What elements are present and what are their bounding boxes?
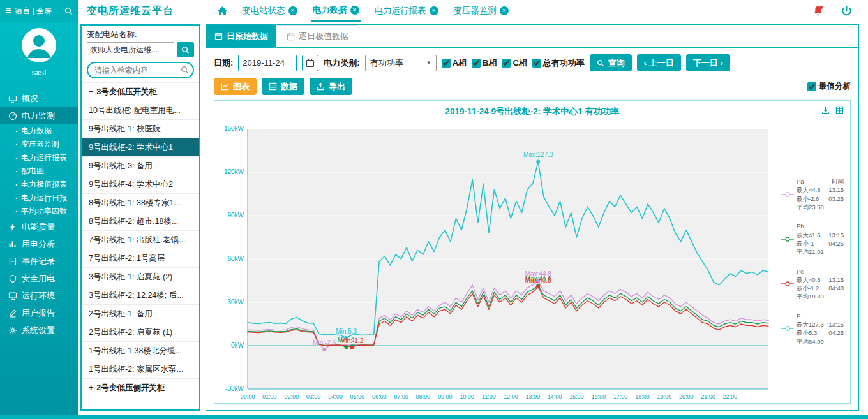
- tab-label: 日原始数据: [227, 31, 268, 42]
- export-button[interactable]: 导出: [310, 78, 352, 95]
- chart-view-button[interactable]: 图表: [214, 78, 257, 95]
- category-select[interactable]: 有功功率 ▼: [365, 55, 437, 71]
- tree-item[interactable]: 2号出线柜-2: 启夏苑 (1): [82, 323, 199, 342]
- svg-text:14:00: 14:00: [548, 393, 562, 400]
- tree-item[interactable]: 3号出线柜-1: 启夏苑 (2): [82, 268, 199, 286]
- calendar-button[interactable]: [302, 55, 318, 71]
- next-day-button[interactable]: 下一日 ›: [686, 54, 730, 71]
- svg-text:01:00: 01:00: [262, 393, 277, 400]
- collapse-icon[interactable]: −: [89, 87, 93, 96]
- power-icon[interactable]: [841, 5, 853, 17]
- query-button[interactable]: 查询: [590, 54, 632, 71]
- tab-close-icon[interactable]: ×: [500, 6, 509, 15]
- tab-close-icon[interactable]: ×: [350, 6, 359, 15]
- sidebar-item-power-data[interactable]: 电力数据: [0, 124, 78, 138]
- sidebar-item-event-log[interactable]: 事件记录: [0, 253, 78, 270]
- legend-entry-p[interactable]: P 最大127.313:15 最小5.304:25 平均64.00: [781, 312, 844, 346]
- sidebar-item-transformer-monitoring[interactable]: 变压器监测: [0, 138, 78, 151]
- tree-group-item[interactable]: −3号变低压开关柜: [82, 83, 199, 101]
- sidebar-item-power-monitoring[interactable]: 电力监测: [0, 107, 78, 124]
- tab-power-data[interactable]: 电力数据 ×: [311, 0, 361, 22]
- search-icon[interactable]: [64, 7, 73, 15]
- tree-item[interactable]: 9号出线柜-4: 学术中心2: [82, 175, 199, 194]
- total-power-checkbox[interactable]: 总有功功率: [532, 57, 585, 69]
- legend-entry-pb[interactable]: Pb 最大41.613:15 最小-104:25 平均21.02: [781, 222, 844, 256]
- checkbox[interactable]: [442, 59, 451, 68]
- tree-item[interactable]: 8号出线柜-1: 38楼专家1...: [82, 194, 199, 212]
- download-icon[interactable]: [821, 106, 830, 114]
- checkbox[interactable]: [807, 82, 816, 91]
- legend-entry-pa[interactable]: Pa时间 最大44.813:15 最小-2.603:25 平均23.58: [781, 177, 844, 211]
- checkbox[interactable]: [502, 59, 511, 68]
- tab-daily-extreme-data[interactable]: 逐日极值数据: [278, 25, 357, 47]
- sidebar-item-label: 电力极值报表: [21, 179, 67, 190]
- station-name-input[interactable]: [87, 42, 174, 57]
- sidebar-item-user-report[interactable]: 用户报告: [0, 304, 78, 321]
- sidebar-item-label: 用电分析: [22, 239, 55, 250]
- tree-item[interactable]: 8号出线柜-2: 超市.18楼...: [82, 212, 199, 231]
- min-value: 最小-1: [797, 239, 814, 247]
- checkbox[interactable]: [472, 59, 481, 68]
- min-value: 最小-1.2: [797, 284, 819, 292]
- tab-station-status[interactable]: 变电站状态 ×: [241, 0, 299, 22]
- tree-item[interactable]: 7号出线柜-1: 出版社.老锅...: [82, 231, 199, 249]
- phase-a-checkbox[interactable]: A相: [442, 57, 467, 69]
- tree-item[interactable]: 1号出线柜-1:38楼北分缆...: [82, 342, 199, 360]
- home-icon[interactable]: [217, 6, 228, 16]
- sidebar-item-power-extreme-report[interactable]: 电力极值报表: [0, 178, 78, 191]
- sidebar-item-overview[interactable]: 概况: [0, 90, 78, 107]
- tree-item[interactable]: 2号出线柜-1: 备用: [82, 305, 199, 323]
- sidebar-item-distribution-diagram[interactable]: 配电图: [0, 165, 78, 178]
- tab-transformer-monitoring[interactable]: 变压器监测 ×: [453, 0, 511, 22]
- phase-b-checkbox[interactable]: B相: [472, 57, 497, 69]
- language-fullscreen-link[interactable]: 语言 | 全屏: [15, 6, 52, 17]
- prev-day-button[interactable]: ‹ 上一日: [637, 54, 681, 71]
- tree-item[interactable]: 3号出线柜-2: 12.24楼; 后...: [82, 286, 199, 305]
- sidebar-item-system-settings[interactable]: 系统设置: [0, 321, 78, 339]
- sidebar-item-usage-analysis[interactable]: 用电分析: [0, 235, 78, 253]
- tree-item[interactable]: 10号出线柜: 配电室用电...: [82, 101, 199, 120]
- phase-c-checkbox[interactable]: C相: [502, 57, 527, 69]
- tab-close-icon[interactable]: ×: [288, 6, 297, 15]
- sidebar-item-avg-power-factor[interactable]: 平均功率因数: [0, 205, 78, 218]
- search-icon[interactable]: [181, 66, 189, 74]
- chevron-down-icon: ▼: [426, 60, 431, 66]
- sidebar-item-environment[interactable]: 运行环境: [0, 287, 78, 304]
- tab-close-icon[interactable]: ×: [430, 6, 438, 15]
- calendar-icon: [306, 59, 315, 68]
- avatar[interactable]: [22, 28, 56, 62]
- tree-search-input[interactable]: [87, 62, 194, 78]
- svg-text:18:00: 18:00: [635, 393, 650, 400]
- checkbox[interactable]: [532, 59, 541, 68]
- sidebar-item-label: 概况: [22, 93, 38, 105]
- menu-toggle-icon[interactable]: ≡: [5, 5, 11, 17]
- sidebar-item-power-run-report[interactable]: 电力运行报表: [0, 151, 78, 165]
- tree-item-label: 9号出线柜-3: 备用: [89, 161, 153, 170]
- tree-item-label: 8号出线柜-1: 38楼专家1...: [89, 198, 181, 207]
- data-view-button[interactable]: 数据: [262, 78, 304, 95]
- line-chart[interactable]: 150kW120kW90kW60kW30kW0kW-30kW00:0001:00…: [214, 117, 781, 406]
- tree-item[interactable]: 7号出线柜-2: 1号高层: [82, 249, 199, 268]
- data-grid-icon[interactable]: [835, 106, 844, 114]
- expand-icon[interactable]: +: [89, 383, 93, 392]
- sidebar-item-power-daily-report[interactable]: 电力运行日报: [0, 191, 78, 205]
- tree-item[interactable]: 1号出线柜-2: 家属区水泵...: [82, 360, 199, 379]
- tab-daily-raw-data[interactable]: 日原始数据: [206, 25, 276, 47]
- button-label: ‹ 上一日: [644, 57, 674, 69]
- search-icon: [597, 59, 604, 67]
- sidebar-item-label: 用户报告: [22, 307, 55, 319]
- date-input[interactable]: [238, 55, 297, 71]
- sidebar-item-power-quality[interactable]: 电能质量: [0, 218, 78, 235]
- tree-group-item[interactable]: +2号变低压侧开关柜: [82, 379, 199, 397]
- svg-text:03:00: 03:00: [306, 393, 321, 400]
- sidebar-item-safe-power[interactable]: 安全用电: [0, 270, 78, 287]
- peak-analysis-checkbox[interactable]: 最值分析: [807, 81, 851, 92]
- tab-power-report[interactable]: 电力运行报表 ×: [373, 0, 440, 22]
- legend-entry-pc[interactable]: Pc 最大40.813:15 最小-1.204:40 平均19.30: [781, 267, 844, 301]
- tree-item-selected[interactable]: 9号出线柜-2: 学术中心1: [82, 138, 199, 157]
- station-search-button[interactable]: [177, 42, 194, 57]
- svg-text:07:00: 07:00: [394, 393, 408, 400]
- tree-item[interactable]: 9号出线柜-1: 校医院: [82, 120, 199, 138]
- tree-item[interactable]: 9号出线柜-3: 备用: [82, 157, 199, 175]
- bell-icon[interactable]: [812, 5, 824, 17]
